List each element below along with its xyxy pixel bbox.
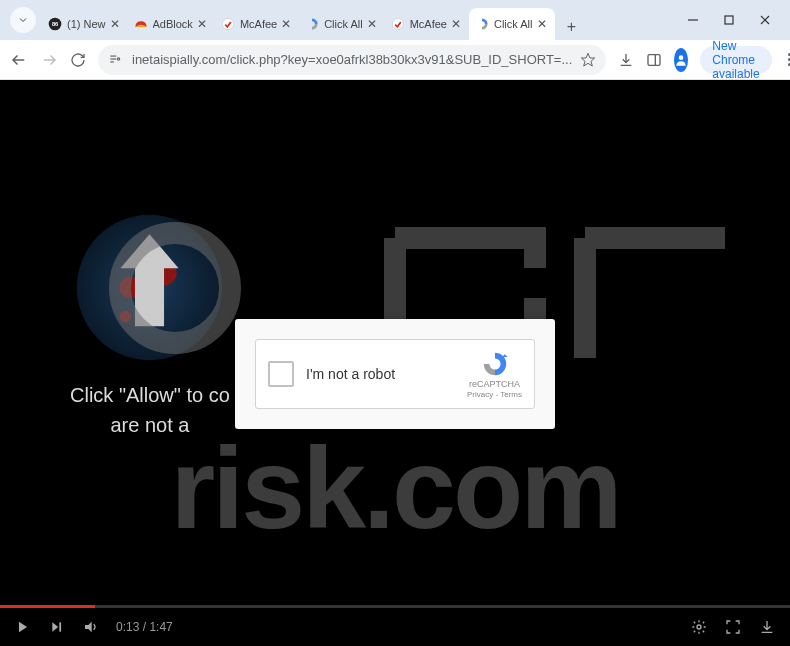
- downloads-icon[interactable]: [618, 49, 634, 71]
- favicon-recaptcha-icon: [305, 17, 319, 31]
- svg-text:86: 86: [52, 21, 58, 27]
- favicon-mcafee-icon: [391, 17, 405, 31]
- search-tabs-button[interactable]: [10, 7, 36, 33]
- next-button[interactable]: [48, 618, 66, 636]
- svg-rect-26: [59, 622, 61, 631]
- recaptcha-anchor[interactable]: I'm not a robot reCAPTCHA Privacy - Term…: [255, 339, 535, 409]
- recaptcha-icon: [480, 350, 510, 378]
- profile-button[interactable]: [674, 48, 688, 72]
- forward-button[interactable]: [40, 48, 58, 72]
- play-button[interactable]: [14, 618, 32, 636]
- maximize-button[interactable]: [720, 11, 738, 29]
- close-icon[interactable]: ✕: [279, 17, 293, 31]
- recaptcha-label: I'm not a robot: [306, 366, 467, 382]
- recaptcha-logo: reCAPTCHA Privacy - Terms: [467, 350, 522, 399]
- svg-point-2: [222, 18, 233, 29]
- tab-4[interactable]: Click All ✕: [299, 8, 385, 40]
- tab-label: McAfee: [240, 18, 277, 30]
- tab-3[interactable]: McAfee ✕: [215, 8, 299, 40]
- close-icon[interactable]: ✕: [365, 17, 379, 31]
- tab-label: AdBlock: [153, 18, 193, 30]
- tab-strip: 86 (1) New ✕ AdBlock ✕ McAfee ✕ Click Al…: [42, 0, 676, 40]
- titlebar: 86 (1) New ✕ AdBlock ✕ McAfee ✕ Click Al…: [0, 0, 790, 40]
- window-controls: [676, 11, 782, 29]
- video-time: 0:13 / 1:47: [116, 620, 173, 634]
- tab-5[interactable]: McAfee ✕: [385, 8, 469, 40]
- url-text: inetaispially.com/click.php?key=xoe0afrk…: [132, 52, 572, 67]
- fullscreen-icon[interactable]: [724, 618, 742, 636]
- volume-button[interactable]: [82, 618, 100, 636]
- tab-label: (1) New: [67, 18, 106, 30]
- svg-marker-27: [85, 622, 92, 633]
- close-window-button[interactable]: [756, 11, 774, 29]
- recaptcha-checkbox[interactable]: [268, 361, 294, 387]
- video-controls: 0:13 / 1:47: [0, 608, 790, 646]
- svg-point-19: [119, 311, 131, 323]
- settings-icon[interactable]: [690, 618, 708, 636]
- menu-button[interactable]: [784, 53, 790, 66]
- new-tab-button[interactable]: +: [559, 14, 585, 40]
- svg-point-11: [117, 57, 119, 59]
- close-icon[interactable]: ✕: [195, 17, 209, 31]
- recaptcha-links[interactable]: Privacy - Terms: [467, 390, 522, 399]
- site-info-icon[interactable]: [108, 52, 124, 68]
- svg-point-28: [697, 625, 701, 629]
- svg-point-3: [392, 18, 403, 29]
- tab-label: Click All: [494, 18, 533, 30]
- tab-2[interactable]: AdBlock ✕: [128, 8, 215, 40]
- close-icon[interactable]: ✕: [535, 17, 549, 31]
- tab-6-active[interactable]: Click All ✕: [469, 8, 555, 40]
- bookmark-star-icon[interactable]: [580, 52, 596, 68]
- back-button[interactable]: [10, 48, 28, 72]
- svg-rect-5: [725, 16, 733, 24]
- close-icon[interactable]: ✕: [449, 17, 463, 31]
- tab-label: McAfee: [410, 18, 447, 30]
- page-content: Click "Allow" to co are not a risk.com I…: [0, 80, 790, 646]
- svg-marker-24: [19, 622, 27, 633]
- address-bar[interactable]: inetaispially.com/click.php?key=xoe0afrk…: [98, 45, 606, 75]
- tab-1[interactable]: 86 (1) New ✕: [42, 8, 128, 40]
- reload-button[interactable]: [70, 48, 86, 72]
- tab-label: Click All: [324, 18, 363, 30]
- svg-marker-25: [52, 622, 58, 631]
- allow-text: Click "Allow" to co are not a: [70, 380, 230, 440]
- svg-point-15: [679, 55, 684, 60]
- arrow-up-graphic: [72, 210, 227, 365]
- svg-marker-12: [582, 53, 595, 66]
- download-video-icon[interactable]: [758, 618, 776, 636]
- favicon-mcafee-icon: [221, 17, 235, 31]
- toolbar: inetaispially.com/click.php?key=xoe0afrk…: [0, 40, 790, 80]
- favicon-recaptcha-icon: [475, 17, 489, 31]
- svg-marker-23: [502, 354, 508, 357]
- svg-rect-13: [648, 54, 660, 65]
- favicon-86-icon: 86: [48, 17, 62, 31]
- recaptcha-dialog: I'm not a robot reCAPTCHA Privacy - Term…: [235, 319, 555, 429]
- minimize-button[interactable]: [684, 11, 702, 29]
- chrome-update-badge[interactable]: New Chrome available: [700, 46, 771, 74]
- favicon-adblock-icon: [134, 17, 148, 31]
- side-panel-icon[interactable]: [646, 49, 662, 71]
- close-icon[interactable]: ✕: [108, 17, 122, 31]
